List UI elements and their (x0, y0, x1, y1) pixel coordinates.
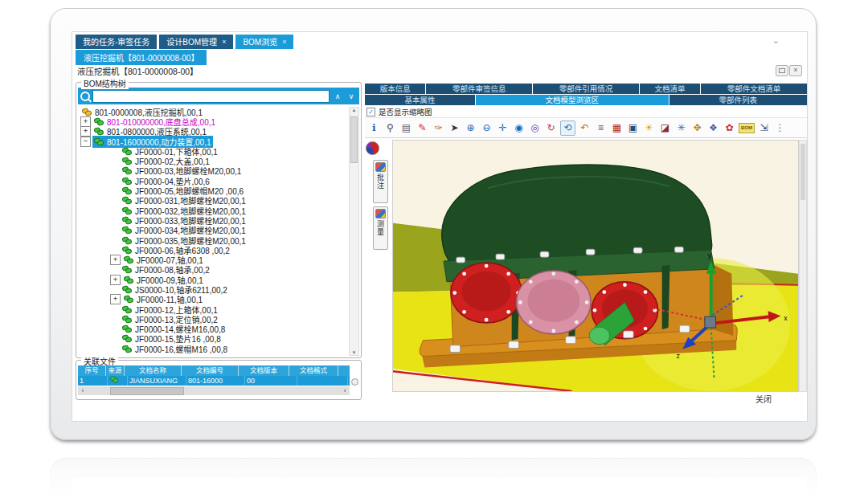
tree-item-label: JF0000-16,螺帽M16 ,00,8 (135, 343, 227, 355)
related-files-groupbox: 关联文件 序号来源文档名称文档编号文档版本文档格式 1JIANSUXIANG80… (76, 360, 362, 400)
scroll-right-icon[interactable]: › (340, 386, 350, 395)
panel-tab[interactable]: 文档清单 (640, 84, 700, 94)
table-row[interactable]: 1JIANSUXIANG801-1600000 (78, 376, 350, 386)
toolbar-find-document-icon[interactable]: ⚲ (383, 121, 397, 135)
tab-close-icon[interactable]: × (282, 38, 286, 46)
thumbnail-checkbox[interactable]: ✓ (366, 108, 375, 116)
tab-2[interactable]: 设计BOM管理× (159, 35, 233, 49)
tree-scrollbar[interactable]: ▲▼ (349, 107, 359, 356)
model-viewport[interactable]: x y z (392, 140, 799, 392)
part-link-icon (122, 335, 133, 342)
toolbar-light-icon[interactable]: ☀ (642, 121, 656, 135)
file-col-4[interactable]: 文档编号 (182, 365, 239, 376)
restore-button[interactable] (776, 65, 788, 76)
tabbar-overflow-chevron-icon[interactable]: ⌄ (772, 35, 780, 46)
toolbar-layers-icon[interactable]: ≡ (594, 121, 608, 135)
close-row: 关闭 (365, 493, 807, 498)
tree-item[interactable]: JS0000-10,轴承6211,00,2 (78, 284, 350, 294)
toolbar-measure-icon[interactable]: ⇲ (757, 121, 771, 135)
tab-3[interactable]: BOM浏览× (235, 35, 293, 49)
toolbar-rotate-icon[interactable]: ↻ (544, 121, 558, 135)
toolbar-section-icon[interactable]: ◪ (658, 121, 672, 135)
panel-tab[interactable]: 版本信息 (365, 84, 425, 94)
part-link-icon (94, 138, 104, 145)
panel-tab[interactable]: 零部件引用情况 (533, 84, 639, 94)
tree-item[interactable]: JF0000-08,轴承,00,2 (78, 265, 350, 275)
scene: 我的任务-审签任务设计BOM管理×BOM浏览× ⌄ 液压挖掘机【801-0000… (0, 0, 868, 498)
file-cell (108, 376, 128, 386)
tab-label: BOM浏览 (243, 35, 277, 47)
panel-tab[interactable]: 零部件审签信息 (426, 84, 532, 94)
display-mode-button[interactable] (366, 141, 379, 155)
toolbar-info-icon[interactable]: ℹ (367, 121, 381, 135)
tree-item[interactable]: JF0000-03,地脚螺栓M20,00,1 (78, 166, 350, 176)
part-link-icon (122, 266, 133, 273)
scroll-left-icon[interactable]: ‹ (78, 386, 88, 395)
part-link-icon (122, 345, 133, 353)
table-side-button[interactable] (351, 378, 358, 386)
toolbar-pan-icon[interactable]: ✛ (496, 121, 510, 135)
panel-tab[interactable]: 文档模型浏览区 (476, 95, 669, 105)
toolbar-grid-view-icon[interactable]: ▦ (610, 121, 624, 135)
file-col-3[interactable]: 文档名称 (125, 365, 182, 376)
close-panel-button[interactable]: 关闭 (755, 393, 772, 405)
subtab-item[interactable]: 液压挖掘机【801-0000008-00】 (76, 50, 207, 65)
close-panel-button[interactable]: 关闭 (755, 494, 772, 498)
toolbar-select-cursor-icon[interactable]: ➤ (448, 121, 461, 135)
toolbar-move-part-icon[interactable]: ✥ (690, 121, 704, 135)
expand-icon[interactable]: + (110, 275, 121, 285)
viewer-side-tab[interactable]: 测量 (373, 206, 388, 250)
expand-icon[interactable]: + (80, 116, 91, 127)
viewer-side-tab[interactable]: 批注 (373, 160, 388, 203)
toolbar-camera-view-icon[interactable]: ▣ (626, 121, 640, 135)
toolbar-assembly-icon[interactable]: ❖ (706, 121, 720, 135)
toolbar-zoom-in-icon[interactable]: ⊕ (464, 121, 477, 135)
toolbar-markup-pencil-icon[interactable]: ✎ (416, 121, 429, 135)
tab-1[interactable]: 我的任务-审签任务 (76, 35, 157, 49)
tree-item[interactable]: JF0000-06,轴承6308 ,00,2 (78, 245, 350, 255)
toolbar-zoom-select-icon[interactable]: ◎ (528, 121, 542, 135)
tree-item[interactable]: JF0000-16,螺帽M16 ,00,8 (78, 344, 350, 353)
file-col-5[interactable]: 文档版本 (239, 365, 289, 376)
file-col-2[interactable]: 来源 (106, 365, 125, 376)
hscroll-thumb[interactable] (110, 387, 184, 395)
tree-search-input[interactable] (92, 90, 330, 103)
viewer-side-tabs: 批注测量 (365, 160, 392, 250)
toolbar-explode-icon[interactable]: ✳ (674, 121, 688, 135)
part-link-icon (122, 325, 133, 333)
file-col-1[interactable]: 序号 (78, 365, 106, 376)
close-window-button[interactable]: × (789, 65, 802, 76)
search-next-icon[interactable]: ∨ (346, 92, 357, 100)
toolbar-spin-icon[interactable]: ⟲ (560, 120, 575, 136)
part-link-icon (122, 237, 133, 244)
viewport-scroll-thumb[interactable] (800, 144, 805, 200)
panel-tab[interactable]: 基本属性 (365, 95, 475, 105)
toolbar-bom-tag-icon[interactable]: BOM (739, 123, 755, 133)
scroll-down-icon[interactable]: ▼ (350, 350, 358, 355)
search-prev-icon[interactable]: ∧ (332, 92, 343, 100)
scroll-thumb[interactable] (350, 116, 358, 163)
tree-item[interactable]: JF0000-01,下箱体,00,1 (78, 146, 350, 156)
file-col-6[interactable]: 文档格式 (289, 365, 338, 376)
toolbar-print-icon[interactable]: ▤ (399, 121, 413, 135)
toolbar-more-icon[interactable]: ⋮ (773, 121, 787, 135)
tree-item[interactable]: +JF0000-07,轴,00,1 (78, 255, 350, 264)
toolbar-undo-icon[interactable]: ↶ (578, 121, 592, 135)
toolbar-zoom-window-icon[interactable]: ◉ (512, 121, 526, 135)
toolbar-zoom-out-icon[interactable]: ⊖ (480, 121, 493, 135)
app-area: 我的任务-审签任务设计BOM管理×BOM浏览× ⌄ 液压挖掘机【801-0000… (72, 476, 808, 498)
tab-label: 设计BOM管理 (166, 35, 217, 47)
panel-tab[interactable]: 零部件列表 (669, 95, 807, 105)
expand-icon[interactable]: + (110, 294, 121, 304)
expand-icon[interactable]: + (110, 255, 121, 265)
collapse-icon[interactable]: − (80, 137, 91, 147)
toolbar-brush-icon[interactable]: ✑ (432, 121, 445, 135)
expand-icon[interactable]: + (80, 126, 91, 137)
viewport-scrollbar[interactable] (799, 140, 807, 392)
panel-tab[interactable]: 零部件文档清单 (701, 84, 807, 94)
toolbar-paint-part-icon[interactable]: ✿ (723, 121, 736, 135)
tab-close-icon[interactable]: × (222, 38, 226, 46)
scroll-up-icon[interactable]: ▲ (352, 108, 357, 112)
bom-tree-group-label: BOM结构树 (81, 77, 129, 89)
table-hscrollbar[interactable]: ‹› (78, 386, 350, 395)
